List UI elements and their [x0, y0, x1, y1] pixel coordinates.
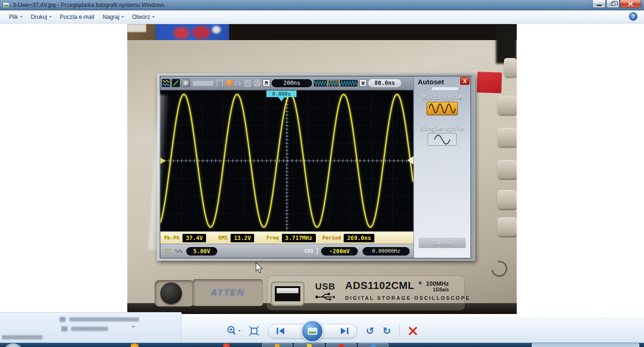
lcd-bezel: M 200ns W 80.0ns — [157, 74, 475, 261]
taskbar-app-icon[interactable] — [131, 343, 139, 347]
zoom-button[interactable]: ▾ — [226, 325, 240, 337]
main-timebase-value: 200ns — [272, 79, 312, 87]
help-icon[interactable]: ? — [629, 12, 637, 21]
model-name: ADS1102CML — [345, 280, 414, 292]
screenshot-icon — [182, 79, 190, 87]
device-type-label: DIGITAL STORAGE OSCILLOSCOPE — [345, 295, 471, 301]
panel-notch — [432, 87, 458, 90]
taskbar — [0, 343, 644, 347]
empty-field — [192, 80, 214, 86]
channel-status-strip: 5.00V CH1 ∫ -200mV 0.00000Hz — [160, 244, 413, 258]
scope-topbar: M 200ns W 80.0ns — [160, 76, 413, 90]
cancel-button: Cancel — [418, 237, 466, 248]
menu-poczta-email[interactable]: Poczta e-mail — [56, 12, 99, 22]
blurred-list-item — [59, 315, 139, 323]
rotate-cw-icon: ↻ — [383, 325, 391, 337]
autoset-panel: Autoset X Multi-cycle Single-cycle Cance… — [413, 76, 471, 258]
menu-bar: Plik▾ Drukuj▾ Poczta e-mail Nagraj▾ Otwó… — [0, 10, 644, 24]
navigation-group — [268, 320, 357, 342]
title-bar: 3-Uwe=37,4V.jpg - Przeglądarka fotografi… — [0, 0, 644, 10]
photo-oscilloscope: M 200ns W 80.0ns — [127, 24, 517, 314]
scope-graticule: 0.000s — [160, 90, 413, 231]
window-title: 3-Uwe=37,4V.jpg - Przeglądarka fotografi… — [13, 2, 165, 8]
print-icon — [253, 80, 261, 87]
window-timebase-icon: W — [359, 79, 367, 87]
taskbar-window-button[interactable] — [262, 343, 292, 347]
measurement-freq: Freq 3.717MHz — [266, 234, 315, 242]
restore-button[interactable] — [606, 0, 619, 8]
scope-menu-button-4 — [497, 190, 517, 209]
channel-offset-value: -200mV — [321, 247, 358, 256]
magnifier-plus-icon — [226, 325, 239, 337]
menu-plik[interactable]: Plik▾ — [5, 12, 26, 22]
measurement-pkpk: Pk-Pk 37.4V — [164, 234, 206, 242]
single-cycle-button — [428, 133, 457, 146]
previous-button[interactable] — [275, 327, 286, 335]
usb-label-block: USB — [312, 281, 339, 302]
actual-size-icon — [249, 326, 259, 336]
minimize-icon — [597, 5, 602, 6]
red-sticker — [477, 72, 502, 93]
scope-menu-button-2 — [497, 128, 517, 147]
close-button[interactable] — [620, 0, 641, 8]
background-window-fragment[interactable]: ▸ — [0, 312, 182, 343]
waveform-mini-icon — [175, 249, 182, 253]
play-slideshow-button[interactable] — [301, 320, 323, 342]
taskbar-window-button[interactable] — [326, 343, 356, 347]
power-knob — [160, 282, 182, 304]
start-button[interactable] — [3, 343, 24, 347]
rotate-ccw-button[interactable]: ↺ — [366, 325, 374, 337]
taskbar-window-button[interactable] — [294, 343, 324, 347]
delete-x-icon — [408, 326, 418, 336]
taskbar-app-icon[interactable] — [223, 343, 230, 347]
background-object — [127, 24, 146, 32]
rotate-cw-button[interactable]: ↻ — [383, 325, 391, 337]
trigger-position-marker — [278, 97, 285, 101]
channel-waves-icon — [162, 79, 170, 87]
usb-trident-icon — [315, 292, 336, 300]
usb-device-icon — [234, 80, 242, 87]
zoom-window-marker — [327, 80, 340, 87]
brand-logo: ATTEN — [211, 288, 245, 298]
single-cycle-label: Single-cycle — [414, 125, 471, 132]
pulse-icon — [215, 79, 225, 87]
photo-canvas: M 200ns W 80.0ns — [0, 24, 644, 318]
slideshow-icon — [307, 328, 317, 335]
autoset-close-button: X — [460, 77, 470, 85]
volts-per-div-value: 5.00V — [186, 247, 217, 256]
chevron-down-icon: ▾ — [152, 15, 154, 19]
blurred-status-text — [2, 333, 42, 341]
background-object — [156, 24, 229, 42]
menu-otworz[interactable]: Otwórz▾ — [128, 12, 158, 22]
menu-drukuj[interactable]: Drukuj▾ — [26, 12, 56, 22]
dc-coupling-icon — [164, 248, 172, 254]
model-suffix: + — [418, 279, 422, 287]
horizontal-offset-label: 0.000s — [266, 91, 297, 97]
channel-label: CH1 — [304, 248, 314, 254]
taskbar-window-button[interactable] — [358, 343, 388, 347]
chevron-down-icon: ▾ — [122, 15, 124, 19]
record-dot-icon — [226, 80, 233, 86]
trigger-frequency-value: 0.00000Hz — [363, 247, 410, 256]
menu-nagraj[interactable]: Nagraj▾ — [99, 12, 128, 22]
mouse-cursor — [256, 262, 264, 274]
delete-button[interactable] — [408, 326, 418, 336]
expand-arrow-icon: ▸ — [132, 324, 135, 329]
main-timebase-icon: M — [263, 79, 270, 87]
slope-icon — [172, 79, 180, 87]
system-tray[interactable] — [532, 343, 639, 347]
timebase-scroll-strip — [314, 80, 358, 87]
measurement-period: Period 269.0ns — [322, 234, 374, 242]
close-icon — [628, 1, 633, 6]
multi-cycle-button — [427, 102, 458, 115]
minimize-button[interactable] — [592, 0, 606, 8]
brand-plate: ATTEN — [192, 279, 263, 306]
trigger-level-marker — [407, 156, 413, 165]
chevron-down-icon: ▾ — [50, 15, 51, 19]
actual-size-button[interactable] — [249, 326, 259, 336]
restore-icon — [611, 2, 615, 6]
scope-menu-button-1 — [497, 96, 517, 115]
next-button[interactable] — [339, 327, 350, 335]
trigger-edge-icon: ∫ — [315, 248, 319, 255]
sample-rate-label: 1GSa/s — [426, 287, 449, 292]
